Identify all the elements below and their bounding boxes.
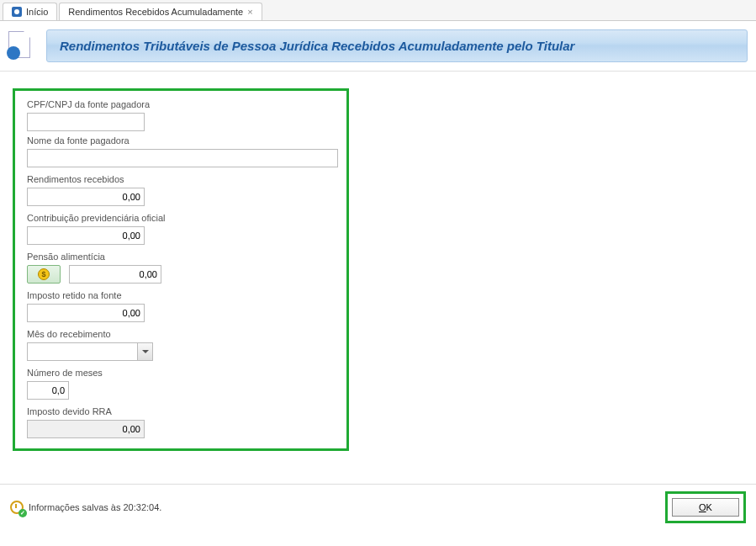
page-header: Rendimentos Tributáveis de Pessoa Jurídi…: [0, 21, 756, 72]
tab-home[interactable]: Início: [3, 3, 57, 20]
mes-select[interactable]: [27, 342, 153, 361]
meses-label: Número de meses: [27, 368, 335, 378]
pensao-label: Pensão alimentícia: [27, 252, 335, 262]
contrib-label: Contribuição previdenciária oficial: [27, 213, 335, 223]
rendimentos-input[interactable]: [27, 188, 145, 206]
nome-label: Nome da fonte pagadora: [27, 135, 335, 146]
ok-button[interactable]: OK: [672, 498, 739, 517]
tab-home-label: Início: [26, 7, 48, 17]
imposto-devido-label: Imposto devido RRA: [27, 406, 335, 416]
pensao-input[interactable]: [69, 265, 161, 284]
mes-label: Mês do recebimento: [27, 329, 335, 339]
page-title: Rendimentos Tributáveis de Pessoa Jurídi…: [60, 39, 734, 53]
coin-icon: $: [38, 268, 50, 280]
meses-input[interactable]: [27, 381, 69, 400]
imposto-retido-label: Imposto retido na fonte: [27, 290, 335, 300]
nome-input[interactable]: [27, 149, 338, 167]
rendimentos-label: Rendimentos recebidos: [27, 174, 335, 184]
contrib-input[interactable]: [27, 226, 145, 245]
cpf-label: CPF/CNPJ da fonte pagadora: [27, 99, 335, 109]
title-bar: Rendimentos Tributáveis de Pessoa Jurídi…: [46, 29, 748, 62]
content-area: CPF/CNPJ da fonte pagadora Nome da fonte…: [0, 72, 756, 484]
footer-bar: Informações salvas às 20:32:04. OK: [0, 484, 756, 530]
cpf-input-wrap[interactable]: [27, 113, 145, 131]
home-icon: [12, 7, 22, 17]
ok-button-highlight: OK: [665, 491, 746, 523]
close-icon[interactable]: ×: [247, 7, 252, 17]
pensao-detail-button[interactable]: $: [27, 265, 61, 284]
status-area: Informações salvas às 20:32:04.: [10, 501, 161, 514]
check-icon: [19, 509, 27, 517]
tab-bar: Início Rendimentos Recebidos Acumuladame…: [0, 0, 756, 21]
form-panel: CPF/CNPJ da fonte pagadora Nome da fonte…: [13, 88, 349, 451]
tab-current-label: Rendimentos Recebidos Acumuladamente: [68, 7, 243, 17]
imposto-retido-input[interactable]: [27, 304, 145, 322]
imposto-devido-input: [27, 420, 145, 438]
page-document-icon: [8, 31, 34, 61]
tab-current[interactable]: Rendimentos Recebidos Acumuladamente ×: [59, 3, 262, 20]
status-text: Informações salvas às 20:32:04.: [29, 502, 161, 512]
